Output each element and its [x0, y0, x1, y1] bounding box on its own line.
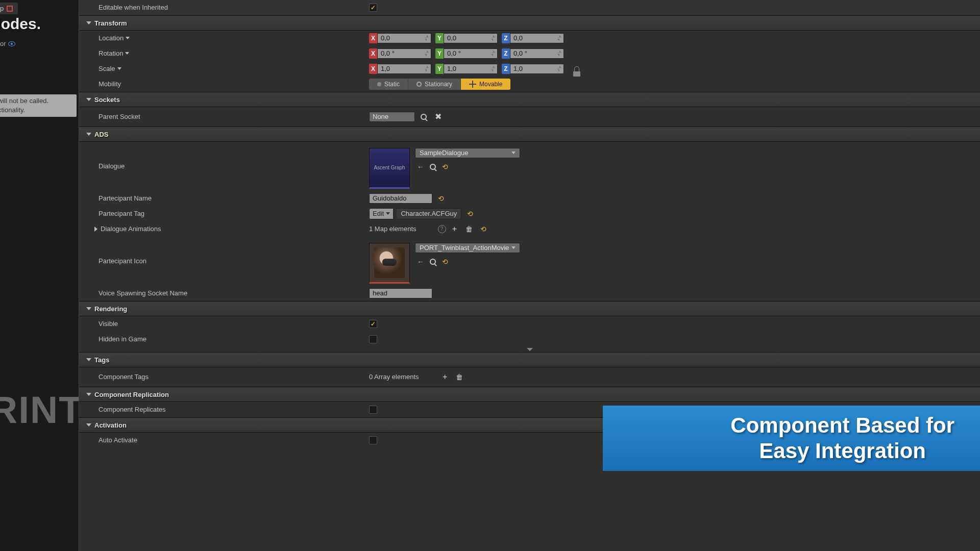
banner-line2: Easy Integration — [730, 438, 954, 464]
add-tag-button[interactable]: + — [439, 371, 451, 383]
search-icon — [430, 164, 436, 170]
expand-advanced-button[interactable] — [79, 347, 980, 352]
note-line2: ctionality. — [0, 106, 25, 114]
reset-button[interactable]: ⟲ — [464, 208, 476, 219]
search-button[interactable] — [418, 111, 429, 122]
section-rendering-label: Rendering — [94, 305, 127, 313]
rotation-z[interactable]: Z0,0 ° — [502, 48, 564, 59]
dropdown-icon[interactable] — [125, 52, 129, 55]
reset-button[interactable]: ⟲ — [478, 223, 489, 235]
clear-button[interactable]: ✖ — [432, 111, 444, 122]
section-transform-label: Transform — [94, 19, 127, 27]
tag-value: Character.ACFGuy — [397, 208, 461, 219]
add-element-button[interactable]: + — [449, 223, 460, 235]
location-x[interactable]: X0,0 — [369, 33, 431, 43]
mobility-movable[interactable]: Movable — [460, 79, 510, 90]
chevron-down-icon — [86, 307, 91, 310]
help-icon[interactable]: ? — [438, 225, 446, 233]
eye-icon[interactable] — [8, 41, 15, 46]
section-rendering[interactable]: Rendering — [79, 301, 980, 316]
array-elements-count: 0 Array elements — [369, 373, 419, 381]
section-ads[interactable]: ADS — [79, 127, 980, 142]
location-label: Location — [99, 34, 124, 42]
component-replicates-label: Component Replicates — [79, 406, 365, 413]
browse-back-button[interactable]: ← — [415, 256, 426, 267]
auto-activate-label: Auto Activate — [79, 436, 365, 444]
auto-activate-checkbox[interactable] — [369, 436, 377, 444]
scale-y[interactable]: Y1,0 — [435, 64, 498, 74]
dropdown-icon[interactable] — [126, 37, 130, 39]
hidden-in-game-checkbox[interactable] — [369, 335, 377, 343]
partecipant-icon-label: Partecipant Icon — [79, 257, 365, 265]
reset-button[interactable]: ⟲ — [435, 193, 447, 204]
component-tags-label: Component Tags — [79, 373, 365, 381]
search-icon — [421, 114, 427, 120]
component-replicates-checkbox[interactable] — [369, 406, 377, 414]
hidden-in-game-label: Hidden in Game — [79, 335, 365, 343]
section-activation-label: Activation — [94, 421, 127, 429]
section-tags[interactable]: Tags — [79, 352, 980, 367]
panel-title-nodes: Nodes. — [0, 15, 41, 33]
reset-button[interactable]: ⟲ — [439, 161, 451, 172]
blueprint-partial-text: RINT — [0, 388, 79, 432]
left-panel: lap Nodes. ctor will not be called. ctio… — [0, 0, 79, 551]
chevron-down-icon — [86, 21, 91, 24]
location-y[interactable]: Y0,0 — [435, 33, 498, 43]
delete-element-button[interactable]: 🗑 — [463, 223, 475, 235]
close-icon[interactable] — [7, 6, 13, 12]
chevron-down-icon — [86, 423, 91, 427]
edit-tag-button[interactable]: Edit — [369, 208, 394, 219]
mobility-toggle: Static Stationary Movable — [369, 79, 510, 90]
section-sockets[interactable]: Sockets — [79, 92, 980, 107]
section-sockets-label: Sockets — [94, 96, 120, 104]
editable-inherited-checkbox[interactable] — [369, 4, 377, 12]
partecipant-icon-thumbnail[interactable] — [369, 243, 410, 284]
section-component-replication[interactable]: Component Replication — [79, 387, 980, 402]
visible-checkbox[interactable] — [369, 320, 377, 328]
rotation-y[interactable]: Y0,0 ° — [435, 48, 498, 59]
dialogue-animations-label: Dialogue Animations — [101, 225, 161, 233]
mobility-stationary[interactable]: Stationary — [408, 79, 460, 90]
tab-label: lap — [0, 5, 4, 12]
scale-label: Scale — [99, 65, 115, 72]
chevron-down-icon — [86, 98, 91, 101]
section-replication-label: Component Replication — [94, 391, 169, 398]
search-asset-button[interactable] — [427, 161, 438, 172]
ctor-label: ctor — [0, 40, 6, 47]
delete-tag-button[interactable]: 🗑 — [454, 371, 465, 383]
parent-socket-label: Parent Socket — [79, 113, 365, 120]
dialogue-asset-dropdown[interactable]: SampleDialogue — [415, 148, 520, 158]
mobility-static[interactable]: Static — [369, 79, 408, 90]
chevron-down-icon — [86, 133, 91, 136]
partecipant-name-field[interactable]: Guidobaldo — [369, 193, 432, 204]
reset-button[interactable]: ⟲ — [439, 256, 451, 267]
browse-back-button[interactable]: ← — [415, 161, 426, 172]
chevron-down-icon — [527, 348, 533, 351]
voice-socket-field[interactable]: head — [369, 288, 432, 298]
note-line1: will not be called. — [0, 97, 48, 105]
marketing-banner: Component Based for Easy Integration — [603, 406, 980, 471]
search-asset-button[interactable] — [427, 256, 438, 267]
parent-socket-field[interactable]: None — [369, 112, 415, 122]
dialogue-thumbnail[interactable]: Ascent Graph — [369, 148, 410, 189]
chevron-right-icon[interactable] — [94, 227, 97, 232]
dialogue-label: Dialogue — [79, 162, 365, 170]
ctor-label-row: ctor — [0, 40, 15, 47]
banner-line1: Component Based for — [730, 413, 954, 438]
lock-icon[interactable] — [574, 66, 579, 71]
note-box: will not be called. ctionality. — [0, 94, 77, 117]
map-elements-count: 1 Map elements — [369, 225, 416, 233]
mobility-label: Mobility — [79, 80, 365, 88]
location-z[interactable]: Z0,0 — [502, 33, 564, 43]
tab-partial[interactable]: lap — [0, 3, 18, 14]
dropdown-icon[interactable] — [117, 67, 121, 70]
voice-socket-label: Voice Spawning Socket Name — [79, 289, 365, 297]
partecipant-icon-dropdown[interactable]: PORT_Twinblast_ActionMovie — [415, 243, 520, 253]
partecipant-tag-label: Partecipant Tag — [79, 210, 365, 217]
section-tags-label: Tags — [94, 356, 109, 364]
scale-x[interactable]: X1,0 — [369, 64, 431, 74]
partecipant-name-label: Partecipant Name — [79, 194, 365, 202]
section-transform[interactable]: Transform — [79, 15, 980, 31]
rotation-x[interactable]: X0,0 ° — [369, 48, 431, 59]
scale-z[interactable]: Z1,0 — [502, 64, 564, 74]
